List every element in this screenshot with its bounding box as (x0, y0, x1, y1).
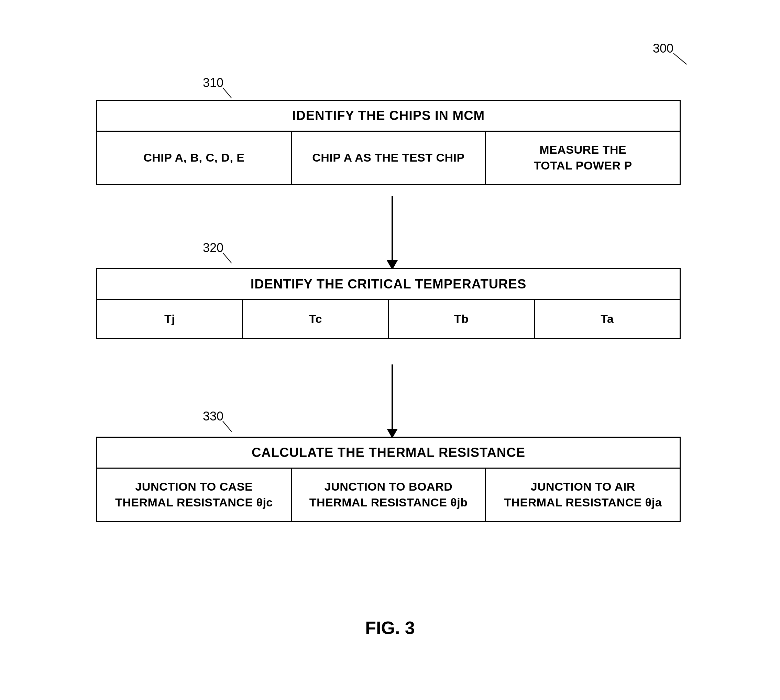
ref-number-310: 310 (203, 76, 223, 90)
block-310-cells: CHIP A, B, C, D, E CHIP A AS THE TEST CH… (97, 132, 680, 184)
ref-arrow-330 (222, 421, 232, 432)
ref-arrow-300 (673, 53, 687, 65)
ref-arrow-310 (222, 87, 232, 98)
block-330-cell-jb: JUNCTION TO BOARDTHERMAL RESISTANCE θjb (292, 468, 487, 521)
block-330-cell-ja: JUNCTION TO AIRTHERMAL RESISTANCE θja (486, 468, 680, 521)
block-330-header: CALCULATE THE THERMAL RESISTANCE (97, 438, 680, 468)
ref-number-330: 330 (203, 409, 223, 423)
block-330-cell-jc: JUNCTION TO CASETHERMAL RESISTANCE θjc (97, 468, 292, 521)
block-320-cell-ta: Ta (535, 300, 680, 338)
block-320-cell-tj: Tj (97, 300, 243, 338)
ref-arrow-320 (222, 252, 232, 263)
arrow-line-2 (392, 365, 393, 429)
figure-caption: FIG. 3 (0, 617, 780, 638)
block-310-header: IDENTIFY THE CHIPS IN MCM (97, 101, 680, 132)
block-310-cell-1: CHIP A, B, C, D, E (97, 132, 292, 184)
block-310-cell-3: MEASURE THETOTAL POWER P (486, 132, 680, 184)
ref-number-320: 320 (203, 241, 223, 255)
block-330: CALCULATE THE THERMAL RESISTANCE JUNCTIO… (96, 437, 681, 522)
arrow-310-to-320 (387, 196, 398, 270)
block-320-cell-tb: Tb (389, 300, 535, 338)
block-310: IDENTIFY THE CHIPS IN MCM CHIP A, B, C, … (96, 100, 681, 185)
block-330-cells: JUNCTION TO CASETHERMAL RESISTANCE θjc J… (97, 468, 680, 521)
arrow-line-1 (392, 196, 393, 260)
block-320-cells: Tj Tc Tb Ta (97, 300, 680, 338)
arrow-320-to-330 (387, 365, 398, 438)
block-310-cell-2: CHIP A AS THE TEST CHIP (292, 132, 487, 184)
block-320-header: IDENTIFY THE CRITICAL TEMPERATURES (97, 269, 680, 300)
ref-number-300: 300 (653, 41, 673, 56)
block-320: IDENTIFY THE CRITICAL TEMPERATURES Tj Tc… (96, 268, 681, 339)
block-320-cell-tc: Tc (243, 300, 389, 338)
